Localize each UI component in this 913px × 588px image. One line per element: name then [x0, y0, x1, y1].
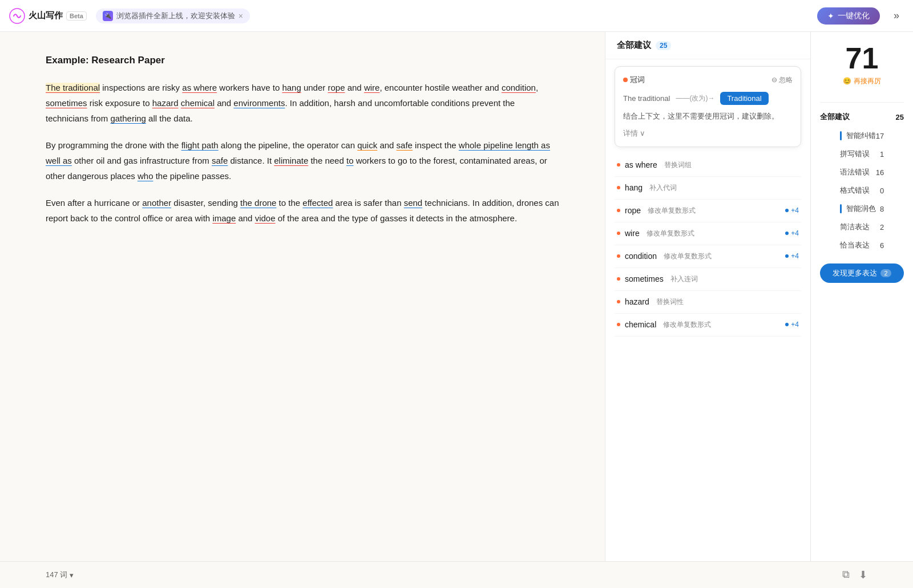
ignore-label: 忽略	[779, 75, 793, 85]
score-label[interactable]: 😊 再接再厉	[843, 76, 880, 86]
word-sometimes[interactable]: sometimes	[46, 98, 87, 108]
suggestion-list-item[interactable]: hazard替换词性	[615, 291, 801, 314]
suggestion-list-item[interactable]: wire修改单复数形式+4	[615, 222, 801, 245]
word-the-traditional[interactable]: The traditional	[46, 83, 100, 92]
word-wire[interactable]: wire	[364, 83, 380, 92]
suggestion-action: 修改单复数形式	[664, 252, 712, 261]
popup-detail-btn[interactable]: 详情 ∨	[623, 128, 793, 139]
correction-arrow: ——(改为)→	[676, 94, 714, 103]
suggestion-item-left: wire修改单复数形式	[617, 229, 694, 238]
correction-suggestion[interactable]: Traditional	[720, 92, 768, 105]
sidebar-categories: 智能纠错17拼写错误1语法错误16格式错误0智能润色8简洁表达2恰当表达6	[840, 127, 884, 254]
optimize-button[interactable]: ✦ 一键优化	[817, 7, 880, 25]
suggestion-dot	[617, 232, 620, 235]
suggestion-item-left: sometimes补入连词	[617, 274, 698, 284]
detail-label: 详情	[623, 128, 638, 139]
suggestion-dot	[617, 254, 620, 258]
suggestion-word: condition	[625, 252, 657, 261]
category-count: 0	[880, 186, 884, 195]
logo: 火山写作 Beta	[9, 8, 87, 24]
word-condition[interactable]: condition	[502, 83, 536, 92]
word-safe-2[interactable]: safe	[212, 156, 228, 165]
category-count: 2	[880, 223, 884, 232]
word-environments[interactable]: environments	[233, 98, 285, 108]
suggestion-badge: +4	[785, 229, 799, 237]
sidebar-category-item[interactable]: 智能润色8	[840, 200, 884, 218]
right-sidebar: 71 😊 再接再厉 全部建议 25 智能纠错17拼写错误1语法错误16格式错误0…	[810, 32, 913, 561]
app-header: 火山写作 Beta 🔌 浏览器插件全新上线，欢迎安装体验 × ✦ 一键优化 »	[0, 0, 913, 32]
word-effected[interactable]: effected	[302, 198, 333, 208]
suggestion-list-item[interactable]: as where替换词组	[615, 154, 801, 177]
sidebar-section-label: 全部建议	[820, 112, 850, 122]
plugin-icon: 🔌	[103, 11, 113, 21]
suggestion-badge: +4	[785, 252, 799, 260]
panel-title-text: 全部建议	[617, 40, 651, 51]
sidebar-category-item[interactable]: 恰当表达6	[840, 236, 884, 254]
word-image[interactable]: image	[212, 213, 236, 223]
main-layout: Example: Research Paper The traditional …	[0, 32, 913, 561]
suggestion-list: as where替换词组hang补入代词rope修改单复数形式+4wire修改单…	[605, 154, 810, 336]
category-name: 拼写错误	[840, 149, 870, 159]
suggestion-dot	[617, 277, 620, 281]
close-notice-icon[interactable]: ×	[239, 11, 243, 21]
suggestion-list-item[interactable]: hang补入代词	[615, 177, 801, 200]
logo-icon	[9, 8, 25, 24]
suggestion-word: hang	[625, 183, 643, 192]
word-who[interactable]: who	[138, 171, 153, 181]
sidebar-section-count: 25	[896, 113, 904, 121]
word-vidoe[interactable]: vidoe	[255, 213, 276, 223]
discover-more-button[interactable]: 发现更多表达 2	[820, 263, 904, 283]
suggestion-panel: 全部建议 25 冠词 ⊖ 忽略 The traditional ——(改为)→ …	[605, 32, 810, 561]
category-name: 语法错误	[840, 167, 870, 177]
word-as-where[interactable]: as where	[182, 83, 217, 92]
suggestion-list-item[interactable]: condition修改单复数形式+4	[615, 245, 801, 268]
suggestion-total-count: 25	[656, 41, 671, 50]
word-count[interactable]: 147 词 ▾	[46, 570, 74, 580]
word-chemical[interactable]: chemical	[181, 98, 215, 108]
suggestion-word: hazard	[625, 297, 649, 306]
word-to[interactable]: to	[346, 156, 354, 165]
word-the-drone[interactable]: the drone	[240, 198, 276, 208]
editor-area: Example: Research Paper The traditional …	[0, 32, 605, 561]
sidebar-category-label: 智能润色	[840, 204, 876, 214]
suggestion-list-item[interactable]: sometimes补入连词	[615, 268, 801, 291]
copy-icon[interactable]: ⧉	[842, 569, 850, 581]
popup-tag: 冠词	[623, 75, 645, 85]
logo-text: 火山写作	[29, 10, 63, 21]
suggestion-list-item[interactable]: chemical修改单复数形式+4	[615, 314, 801, 336]
word-quick[interactable]: quick	[357, 140, 377, 150]
word-hang[interactable]: hang	[282, 83, 301, 92]
suggestion-action: 补入连词	[670, 274, 698, 284]
category-count: 17	[876, 132, 884, 140]
word-another[interactable]: another	[142, 198, 171, 208]
badge-text: +4	[791, 229, 799, 237]
popup-description: 结合上下文，这里不需要使用冠词，建议删除。	[623, 111, 793, 123]
sidebar-category-item[interactable]: 智能纠错17	[840, 127, 884, 145]
word-rope[interactable]: rope	[328, 83, 345, 92]
word-gathering[interactable]: gathering	[110, 113, 146, 123]
sidebar-category-item[interactable]: 拼写错误1	[840, 145, 884, 163]
more-button[interactable]: »	[889, 7, 904, 24]
score-display: 71	[846, 43, 879, 73]
suggestion-list-item[interactable]: rope修改单复数形式+4	[615, 200, 801, 222]
sidebar-divider-1	[820, 102, 904, 103]
download-icon[interactable]: ⬇	[859, 569, 867, 581]
popup-ignore-btn[interactable]: ⊖ 忽略	[771, 75, 793, 85]
word-send[interactable]: send	[404, 198, 423, 208]
plugin-notice[interactable]: 🔌 浏览器插件全新上线，欢迎安装体验 ×	[96, 9, 250, 23]
word-hazard[interactable]: hazard	[152, 98, 179, 108]
discover-count: 2	[880, 269, 891, 277]
suggestion-item-left: rope修改单复数形式	[617, 206, 696, 216]
badge-text: +4	[791, 252, 799, 260]
sidebar-category-item[interactable]: 格式错误0	[840, 181, 884, 200]
word-eliminate[interactable]: eliminate	[274, 156, 308, 165]
sidebar-category-label: 语法错误	[840, 167, 870, 177]
word-flight-path[interactable]: flight path	[181, 140, 219, 150]
sidebar-category-item[interactable]: 简洁表达2	[840, 218, 884, 236]
sidebar-category-item[interactable]: 语法错误16	[840, 163, 884, 181]
suggestion-word: rope	[625, 206, 641, 215]
badge-dot	[785, 232, 789, 235]
suggestion-dot	[617, 323, 620, 326]
active-indicator	[840, 131, 842, 140]
word-safe-1[interactable]: safe	[397, 140, 413, 150]
